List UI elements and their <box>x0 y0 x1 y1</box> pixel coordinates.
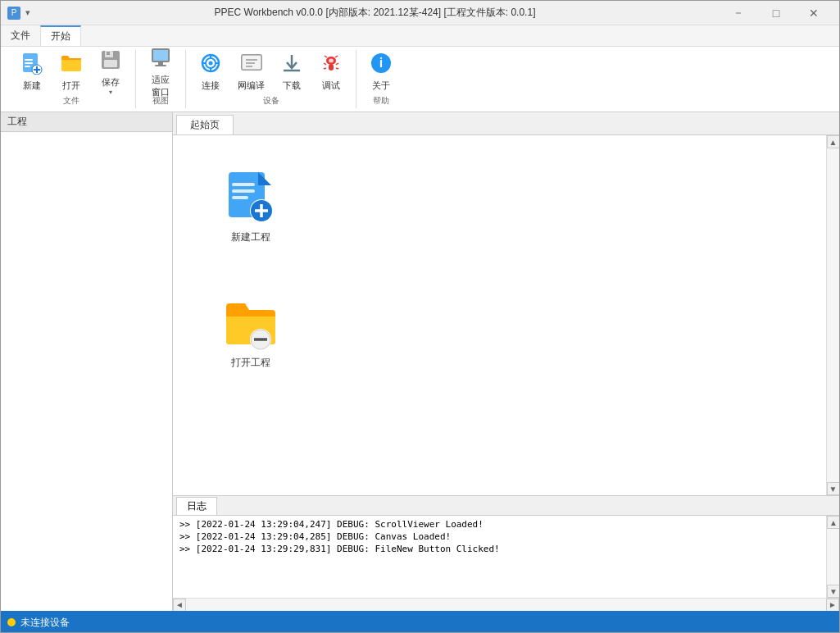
log-scroll-track <box>827 529 839 585</box>
svg-rect-15 <box>155 65 166 66</box>
scroll-track <box>827 148 839 482</box>
ribbon-debug-button[interactable]: 调试 <box>313 51 349 93</box>
log-scroll-down[interactable]: ▼ <box>827 585 839 598</box>
menu-bar: 文件 开始 <box>1 25 839 47</box>
ribbon-adapt-button[interactable]: 适应窗口 <box>143 51 179 93</box>
main-layout: 工程 起始页 <box>1 112 839 611</box>
menu-item-start[interactable]: 开始 <box>40 25 81 46</box>
log-bottom-scrollbar[interactable]: ◄ ► <box>173 598 839 611</box>
app-icon: P <box>7 7 20 20</box>
tab-bar: 起始页 <box>173 112 839 135</box>
status-text: 未连接设备 <box>20 616 70 630</box>
log-area: 日志 >> [2022-01-24 13:29:04,247] DEBUG: S… <box>173 495 839 611</box>
new-icon <box>20 52 43 78</box>
log-scroll-up[interactable]: ▲ <box>827 516 839 529</box>
new-project-label: 新建工程 <box>231 230 270 244</box>
ribbon-file-label: 文件 <box>14 93 129 108</box>
adapt-icon <box>149 46 172 72</box>
connect-icon <box>199 52 222 78</box>
svg-rect-10 <box>104 60 117 67</box>
debug-icon <box>320 52 343 78</box>
ribbon-group-help: i 关于 帮助 <box>356 50 406 108</box>
project-panel-header: 工程 <box>1 112 172 132</box>
ribbon-device-label: 设备 <box>193 93 349 108</box>
project-tree <box>1 132 172 611</box>
window-controls: － □ ✕ <box>720 1 833 25</box>
log-tab[interactable]: 日志 <box>176 497 217 515</box>
status-indicator <box>7 618 16 626</box>
ribbon-new-button[interactable]: 新建 <box>14 51 50 93</box>
open-project-icon <box>222 294 279 351</box>
svg-text:i: i <box>379 56 383 70</box>
open-project-label: 打开工程 <box>231 356 270 370</box>
svg-rect-7 <box>61 58 81 71</box>
ribbon-open-label: 打开 <box>62 80 80 92</box>
log-text-area: >> [2022-01-24 13:29:04,247] DEBUG: Scro… <box>173 516 826 598</box>
content-area: 新建工程 <box>173 135 839 495</box>
ribbon: 新建 打开 <box>1 47 839 112</box>
scroll-up-arrow[interactable]: ▲ <box>827 135 840 148</box>
svg-rect-3 <box>25 66 30 67</box>
svg-rect-11 <box>107 52 110 55</box>
ribbon-device-buttons: 连接 网编译 <box>193 50 349 93</box>
left-panel: 工程 <box>1 112 173 611</box>
svg-line-34 <box>324 63 326 65</box>
save-icon <box>99 48 122 75</box>
ribbon-save-button[interactable]: 保存 ▾ <box>93 51 129 93</box>
ribbon-open-button[interactable]: 打开 <box>53 51 89 93</box>
log-tab-bar: 日志 <box>173 496 839 516</box>
open-icon <box>60 52 83 78</box>
svg-rect-24 <box>242 55 261 70</box>
status-bar: 未连接设备 <box>1 611 839 633</box>
ribbon-file-buttons: 新建 打开 <box>14 50 129 93</box>
ribbon-group-view: 适应窗口 视图 <box>136 50 186 108</box>
maximize-button[interactable]: □ <box>757 1 795 25</box>
ribbon-translate-button[interactable]: 网编译 <box>232 51 270 93</box>
scroll-down-arrow[interactable]: ▼ <box>827 482 840 495</box>
svg-line-32 <box>335 56 338 57</box>
content-scroll-area[interactable]: 新建工程 <box>173 135 826 495</box>
log-bottom-track <box>186 599 826 611</box>
log-scrollbar[interactable]: ▲ ▼ <box>826 516 839 598</box>
ribbon-view-buttons: 适应窗口 <box>143 50 179 93</box>
svg-point-30 <box>329 59 334 63</box>
content-scrollbar[interactable]: ▲ ▼ <box>826 135 839 495</box>
svg-line-35 <box>336 63 338 65</box>
svg-rect-41 <box>232 183 255 186</box>
svg-rect-43 <box>232 196 248 199</box>
title-text: PPEC Workbench v0.0.0 [内部版本: 2021.12某-42… <box>30 6 720 20</box>
ribbon-download-button[interactable]: 下载 <box>274 51 310 93</box>
svg-line-31 <box>325 56 327 57</box>
new-project-item[interactable]: 新建工程 <box>222 168 279 244</box>
ribbon-help-label: 帮助 <box>363 93 399 108</box>
log-content-wrapper: >> [2022-01-24 13:29:04,247] DEBUG: Scro… <box>173 516 839 598</box>
ribbon-about-button[interactable]: i 关于 <box>363 51 399 93</box>
svg-rect-14 <box>158 62 163 65</box>
open-project-item[interactable]: 打开工程 <box>222 294 279 370</box>
ribbon-connect-label: 连接 <box>202 80 220 92</box>
log-line-1: >> [2022-01-24 13:29:04,247] DEBUG: Scro… <box>179 519 820 530</box>
title-bar: P ▾ PPEC Workbench v0.0.0 [内部版本: 2021.12… <box>1 1 839 25</box>
svg-rect-1 <box>25 59 33 61</box>
svg-line-36 <box>324 68 326 69</box>
log-scroll-left[interactable]: ◄ <box>173 599 186 612</box>
svg-rect-13 <box>153 50 168 61</box>
ribbon-download-label: 下载 <box>283 80 301 92</box>
ribbon-about-label: 关于 <box>372 80 390 92</box>
right-panel: 起始页 <box>173 112 839 611</box>
ribbon-connect-button[interactable]: 连接 <box>193 51 229 93</box>
log-scroll-right[interactable]: ► <box>826 599 839 612</box>
svg-rect-42 <box>232 189 255 193</box>
ribbon-save-label: 保存 <box>102 76 120 89</box>
svg-rect-2 <box>25 62 33 64</box>
ribbon-translate-label: 网编译 <box>238 80 265 92</box>
title-bar-left: P ▾ <box>7 7 30 20</box>
download-icon <box>280 52 303 78</box>
log-line-3: >> [2022-01-24 13:29:29,831] DEBUG: File… <box>179 544 820 554</box>
tab-start-page[interactable]: 起始页 <box>176 115 234 134</box>
ribbon-group-device: 连接 网编译 <box>186 50 356 108</box>
close-button[interactable]: ✕ <box>795 1 833 25</box>
menu-item-file[interactable]: 文件 <box>1 25 40 46</box>
minimize-button[interactable]: － <box>720 1 757 25</box>
new-project-icon <box>222 168 279 225</box>
